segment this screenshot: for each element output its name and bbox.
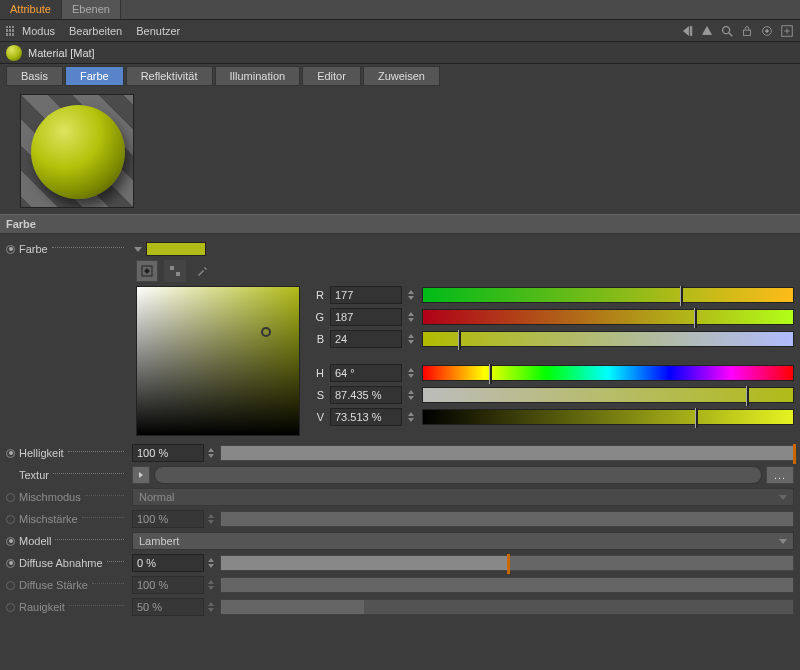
subtab-reflektivitaet[interactable]: Reflektivität	[126, 66, 213, 86]
anim-toggle-mischmodus[interactable]	[6, 493, 15, 502]
lock-icon[interactable]	[740, 24, 754, 38]
rauigkeit-value[interactable]: 50 %	[132, 598, 204, 616]
tab-attribute[interactable]: Attribute	[0, 0, 62, 19]
diffuse-abnahme-value[interactable]: 0 %	[132, 554, 204, 572]
sub-tab-row: Basis Farbe Reflektivität Illumination E…	[0, 64, 800, 88]
channel-value-B[interactable]: 24	[330, 330, 402, 348]
texture-browse-button[interactable]: ...	[766, 466, 794, 484]
subtab-basis[interactable]: Basis	[6, 66, 63, 86]
channel-spinner-B[interactable]	[408, 334, 416, 344]
channel-spinner-V[interactable]	[408, 412, 416, 422]
mischstaerke-slider[interactable]	[220, 511, 794, 527]
menu-bearbeiten[interactable]: Bearbeiten	[69, 25, 122, 37]
color-swatch[interactable]	[146, 242, 206, 256]
channel-slider-V[interactable]	[422, 409, 794, 425]
anim-toggle-helligkeit[interactable]	[6, 449, 15, 458]
label-diffuse-abnahme: Diffuse Abnahme	[19, 557, 103, 569]
search-icon[interactable]	[720, 24, 734, 38]
anim-toggle-mischstaerke[interactable]	[6, 515, 15, 524]
svg-rect-10	[170, 266, 174, 270]
channel-label-S: S	[310, 389, 324, 401]
section-header-farbe: Farbe	[0, 214, 800, 234]
texture-field[interactable]	[154, 466, 762, 484]
diffuse-staerke-value[interactable]: 100 %	[132, 576, 204, 594]
target-icon[interactable]	[760, 24, 774, 38]
color-mode-alt-icon[interactable]	[164, 260, 186, 282]
material-preview-thumbnail[interactable]	[20, 94, 134, 208]
channel-label-B: B	[310, 333, 324, 345]
label-modell: Modell	[19, 535, 51, 547]
mischmodus-dropdown[interactable]: Normal	[132, 488, 794, 506]
sv-color-box[interactable]	[136, 286, 300, 436]
channel-value-V[interactable]: 73.513 %	[330, 408, 402, 426]
channel-slider-B[interactable]	[422, 331, 794, 347]
helligkeit-slider[interactable]	[220, 445, 794, 461]
grip-icon[interactable]	[6, 26, 16, 36]
anim-toggle-modell[interactable]	[6, 537, 15, 546]
subtab-farbe[interactable]: Farbe	[65, 66, 124, 86]
channel-label-H: H	[310, 367, 324, 379]
back-arrow-icon[interactable]	[680, 24, 694, 38]
channel-slider-H[interactable]	[422, 365, 794, 381]
material-title-row: Material [Mat]	[0, 42, 800, 64]
anim-toggle-rauigkeit[interactable]	[6, 603, 15, 612]
label-helligkeit: Helligkeit	[19, 447, 64, 459]
new-panel-icon[interactable]	[780, 24, 794, 38]
subtab-editor[interactable]: Editor	[302, 66, 361, 86]
subtab-illumination[interactable]: Illumination	[215, 66, 301, 86]
channel-slider-R[interactable]	[422, 287, 794, 303]
up-arrow-icon[interactable]	[700, 24, 714, 38]
channel-spinner-R[interactable]	[408, 290, 416, 300]
mischstaerke-value[interactable]: 100 %	[132, 510, 204, 528]
menu-bar: Modus Bearbeiten Benutzer	[0, 20, 800, 42]
anim-toggle-diffuse-abnahme[interactable]	[6, 559, 15, 568]
color-mode-icon[interactable]	[136, 260, 158, 282]
menu-benutzer[interactable]: Benutzer	[136, 25, 180, 37]
helligkeit-value[interactable]: 100 %	[132, 444, 204, 462]
rauigkeit-spinner[interactable]	[208, 602, 216, 612]
diffuse-abnahme-slider[interactable]	[220, 555, 794, 571]
mischstaerke-spinner[interactable]	[208, 514, 216, 524]
subtab-zuweisen[interactable]: Zuweisen	[363, 66, 440, 86]
label-textur: Textur	[19, 469, 49, 481]
channel-spinner-S[interactable]	[408, 390, 416, 400]
label-mischmodus: Mischmodus	[19, 491, 81, 503]
sv-cursor[interactable]	[261, 327, 271, 337]
channel-value-S[interactable]: 87.435 %	[330, 386, 402, 404]
rauigkeit-slider[interactable]	[220, 599, 794, 615]
color-dropdown-icon[interactable]	[134, 247, 142, 252]
svg-point-5	[766, 29, 769, 32]
diffuse-abnahme-spinner[interactable]	[208, 558, 216, 568]
modell-dropdown[interactable]: Lambert	[132, 532, 794, 550]
channel-spinner-G[interactable]	[408, 312, 416, 322]
channel-spinner-H[interactable]	[408, 368, 416, 378]
channel-slider-S[interactable]	[422, 387, 794, 403]
anim-toggle-diffuse-staerke[interactable]	[6, 581, 15, 590]
svg-line-2	[729, 32, 733, 36]
channel-slider-G[interactable]	[422, 309, 794, 325]
label-mischstaerke: Mischstärke	[19, 513, 78, 525]
preview-sphere	[31, 105, 125, 199]
svg-rect-11	[176, 272, 180, 276]
svg-rect-0	[691, 26, 692, 35]
channel-value-R[interactable]: 177	[330, 286, 402, 304]
channel-value-G[interactable]: 187	[330, 308, 402, 326]
texture-menu-button[interactable]	[132, 466, 150, 484]
label-rauigkeit: Rauigkeit	[19, 601, 65, 613]
top-tabs: Attribute Ebenen	[0, 0, 800, 20]
helligkeit-spinner[interactable]	[208, 448, 216, 458]
channel-label-V: V	[310, 411, 324, 423]
eyedropper-icon[interactable]	[192, 264, 212, 278]
material-ball-icon	[6, 45, 22, 61]
svg-point-1	[723, 26, 730, 33]
material-title: Material [Mat]	[28, 47, 95, 59]
anim-toggle-farbe[interactable]	[6, 245, 15, 254]
channel-label-G: G	[310, 311, 324, 323]
diffuse-staerke-spinner[interactable]	[208, 580, 216, 590]
svg-rect-3	[744, 30, 751, 35]
diffuse-staerke-slider[interactable]	[220, 577, 794, 593]
channel-label-R: R	[310, 289, 324, 301]
menu-modus[interactable]: Modus	[22, 25, 55, 37]
tab-ebenen[interactable]: Ebenen	[62, 0, 121, 19]
channel-value-H[interactable]: 64 °	[330, 364, 402, 382]
